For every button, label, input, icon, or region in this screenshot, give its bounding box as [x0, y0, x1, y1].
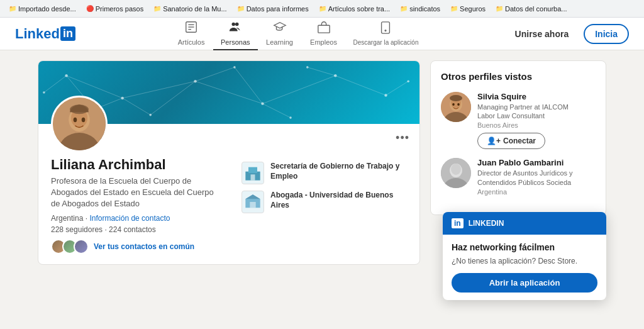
profile-card: ••• Liliana Archimbal Profesora de la Es…	[38, 60, 420, 265]
svg-line-13	[335, 75, 386, 95]
bookmark-conurba[interactable]: 📁 Datos del conurba...	[492, 4, 570, 14]
nav-learning[interactable]: Learning	[258, 18, 302, 50]
profile-location: Argentina · Información de contacto	[51, 214, 216, 223]
avatar-silvia	[441, 92, 471, 122]
profile-avatar	[51, 96, 108, 152]
personas-icon	[228, 20, 242, 37]
svg-line-15	[196, 67, 235, 81]
linkedin-popup: in LINKEDIN Haz networking fácilmen ¿No …	[443, 212, 606, 300]
svg-marker-49	[245, 194, 260, 199]
contact-info-link[interactable]: Información de contacto	[89, 214, 170, 223]
exp-text-2: Abogada - Universidad de Buenos Aires	[270, 191, 407, 210]
svg-point-56	[450, 95, 462, 101]
silvia-name: Silvia Squire	[477, 92, 596, 103]
svg-point-55	[457, 103, 460, 106]
svg-point-8	[386, 30, 387, 31]
bookmark-seguros[interactable]: 📁 Seguros	[447, 4, 489, 14]
sidebar: Otros perfiles vistos	[430, 60, 606, 319]
sidebar-card: Otros perfiles vistos	[430, 60, 606, 215]
nav-descargar[interactable]: Descargar la aplicación	[346, 18, 426, 50]
avatar-wrapper	[51, 96, 108, 152]
bookmark-sanatorio[interactable]: 📁 Sanatorio de la Mu...	[150, 4, 231, 14]
nav-articulos[interactable]: Artículos	[169, 18, 213, 50]
silvia-role2: Labor Law Consultant	[477, 111, 596, 120]
avatar-juan	[441, 158, 471, 188]
juan-info: Juan Pablo Gambarini Director de Asuntos…	[477, 158, 596, 195]
abrir-aplicacion-button[interactable]: Abrir la aplicación	[452, 273, 597, 293]
primeros-icon: 🔴	[86, 5, 94, 12]
learning-icon	[273, 20, 287, 37]
juan-name: Juan Pablo Gambarini	[477, 158, 596, 169]
signin-button[interactable]: Inicia	[584, 24, 629, 44]
svg-point-54	[452, 103, 455, 106]
folder-icon: 📁	[153, 5, 161, 12]
exp-text-1: Secretaría de Gobierno de Trabajo y Empl…	[270, 162, 407, 181]
popup-logo: in	[452, 218, 464, 228]
svg-line-12	[262, 75, 335, 104]
folder-icon: 📁	[319, 5, 326, 12]
svg-point-35	[306, 66, 309, 69]
svg-line-23	[235, 67, 263, 104]
profile-contacts: Ver tus contactos en común	[51, 239, 216, 254]
sidebar-title: Otros perfiles vistos	[441, 71, 596, 82]
folder-icon: 📁	[400, 5, 408, 12]
svg-rect-46	[251, 174, 255, 180]
svg-point-27	[261, 103, 264, 105]
popup-text: ¿No tienes la aplicación? Desc Store.	[452, 256, 597, 267]
bookmark-sindicatos[interactable]: 📁 sindicatos	[396, 4, 444, 14]
main-content: ••• Liliana Archimbal Profesora de la Es…	[0, 50, 644, 329]
sidebar-profile-juan: Juan Pablo Gambarini Director de Asuntos…	[441, 158, 596, 195]
descargar-icon	[379, 21, 392, 38]
linkedin-logo[interactable]: Linkedin	[15, 26, 75, 42]
juan-role1: Director de Asuntos Jurídicos y	[477, 169, 596, 177]
articles-icon	[184, 20, 198, 37]
svg-line-20	[308, 67, 336, 75]
bookmark-datos[interactable]: 📁 Datos para informes	[233, 4, 313, 14]
profile-title: Profesora de la Escuela del Cuerpo de Ab…	[51, 176, 216, 210]
silvia-role1: Managing Partner at IALCOM	[477, 103, 596, 111]
svg-line-21	[386, 81, 409, 95]
add-person-icon: 👤+	[487, 137, 501, 145]
svg-point-60	[451, 164, 461, 175]
svg-point-32	[233, 66, 236, 69]
silvia-location: Buenos Aires	[477, 121, 596, 129]
svg-rect-7	[382, 21, 390, 33]
folder-icon: 📁	[237, 5, 245, 12]
profile-name: Liliana Archimbal	[51, 157, 216, 173]
bookmark-primeros[interactable]: 🔴 Primeros pasos	[82, 4, 147, 14]
header-actions: Unirse ahora Inicia	[505, 24, 629, 44]
svg-rect-45	[248, 167, 257, 173]
bookmark-articulos[interactable]: 📁 Artículos sobre tra...	[315, 4, 394, 14]
profile-body: ••• Liliana Archimbal Profesora de la Es…	[38, 124, 419, 264]
folder-icon: 📁	[450, 5, 458, 12]
nav-empleos[interactable]: Empleos	[302, 18, 346, 50]
silvia-info: Silvia Squire Managing Partner at IALCOM…	[477, 92, 596, 149]
svg-rect-48	[250, 202, 255, 208]
nav-personas[interactable]: Personas	[213, 18, 257, 50]
ver-contactos-link[interactable]: Ver tus contactos en común	[94, 242, 194, 251]
more-options-button[interactable]: •••	[396, 131, 409, 145]
svg-point-5	[235, 23, 239, 26]
main-header: Linkedin Artículos Personas Learning Emp…	[0, 18, 644, 50]
bookmark-importado[interactable]: 📁 Importado desde...	[5, 4, 80, 14]
svg-rect-6	[318, 25, 329, 33]
svg-line-19	[44, 75, 67, 92]
svg-point-26	[194, 80, 196, 82]
join-button[interactable]: Unirse ahora	[505, 25, 579, 43]
exp-logo-2	[242, 191, 264, 213]
conectar-silvia-button[interactable]: 👤+ Conectar	[477, 133, 545, 149]
svg-line-9	[67, 75, 123, 98]
svg-point-42	[82, 118, 86, 122]
svg-line-16	[262, 104, 291, 118]
svg-point-31	[149, 114, 152, 116]
contact-avatar-3	[74, 239, 89, 254]
svg-line-14	[123, 98, 151, 115]
experience-item-1: Secretaría de Gobierno de Trabajo y Empl…	[242, 162, 407, 184]
popup-header-label: LINKEDIN	[469, 219, 504, 228]
profile-section: ••• Liliana Archimbal Profesora de la Es…	[38, 60, 420, 319]
folder-icon: 📁	[9, 5, 16, 12]
svg-point-41	[74, 118, 77, 122]
exp-logo-1	[242, 162, 264, 184]
folder-icon: 📁	[496, 5, 503, 12]
svg-point-4	[232, 23, 236, 26]
